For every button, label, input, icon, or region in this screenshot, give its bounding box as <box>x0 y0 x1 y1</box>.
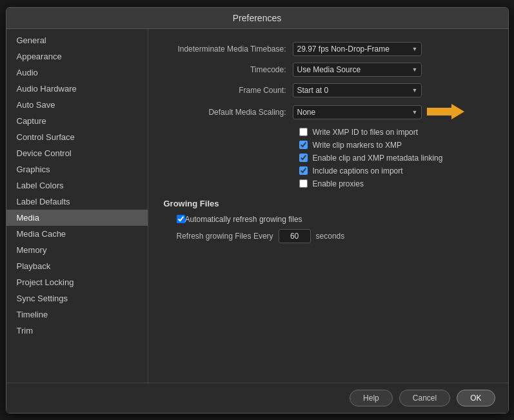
dialog-content: GeneralAppearanceAudioAudio HardwareAuto… <box>6 29 508 383</box>
checkbox-row-2: Enable clip and XMP metadata linking <box>299 154 493 163</box>
sidebar-item-audio[interactable]: Audio <box>6 65 148 81</box>
sidebar-item-capture[interactable]: Capture <box>6 113 148 129</box>
ok-button[interactable]: OK <box>457 390 495 406</box>
write-clip-markers-checkbox[interactable] <box>299 141 308 149</box>
arrow-indicator <box>427 104 466 121</box>
sidebar-item-label-defaults[interactable]: Label Defaults <box>6 194 148 210</box>
default-scaling-select-wrapper: NoneNoneScale to Frame SizeSet to Frame … <box>293 105 422 119</box>
sidebar-item-device-control[interactable]: Device Control <box>6 145 148 161</box>
sidebar-item-appearance[interactable]: Appearance <box>6 48 148 65</box>
sidebar-item-graphics[interactable]: Graphics <box>6 161 148 177</box>
enable-proxies-label: Enable proxies <box>313 179 364 188</box>
title-text: Preferences <box>233 13 281 23</box>
frame-count-row: Frame Count: Start at 0Start at 0Start a… <box>164 83 493 97</box>
sidebar-item-timeline[interactable]: Timeline <box>6 306 148 323</box>
sidebar-item-sync-settings[interactable]: Sync Settings <box>6 290 148 306</box>
help-button[interactable]: Help <box>350 390 393 406</box>
sidebar: GeneralAppearanceAudioAudio HardwareAuto… <box>6 29 148 383</box>
sidebar-item-project-locking[interactable]: Project Locking <box>6 274 148 290</box>
timecode-select[interactable]: Use Media SourceUse Media SourceTimecode… <box>293 63 422 77</box>
default-scaling-label: Default Media Scaling: <box>164 108 293 117</box>
sidebar-item-playback[interactable]: Playback <box>6 258 148 274</box>
indeterminate-select-wrapper: 29.97 fps Non-Drop-Frame <box>293 42 422 56</box>
refresh-unit: seconds <box>316 232 345 241</box>
auto-refresh-label: Automatically refresh growing files <box>185 215 302 224</box>
auto-refresh-checkbox[interactable] <box>177 215 185 223</box>
sidebar-item-trim[interactable]: Trim <box>6 323 148 339</box>
write-clip-markers-label: Write clip markers to XMP <box>313 141 402 150</box>
timecode-label: Timecode: <box>164 65 293 74</box>
checkbox-row-4: Enable proxies <box>299 179 493 188</box>
write-xmp-id-checkbox[interactable] <box>299 128 308 136</box>
preferences-dialog: Preferences GeneralAppearanceAudioAudio … <box>6 7 509 414</box>
sidebar-item-general[interactable]: General <box>6 32 148 48</box>
growing-files-title: Growing Files <box>164 199 493 208</box>
timecode-row: Timecode: Use Media SourceUse Media Sour… <box>164 63 493 77</box>
indeterminate-label: Indeterminate Media Timebase: <box>164 45 293 54</box>
sidebar-item-label-colors[interactable]: Label Colors <box>6 177 148 194</box>
sidebar-item-memory[interactable]: Memory <box>6 242 148 258</box>
indeterminate-row: Indeterminate Media Timebase: 29.97 fps … <box>164 42 493 56</box>
include-captions-checkbox[interactable] <box>299 166 308 175</box>
checkbox-row-3: Include captions on import <box>299 166 493 175</box>
svg-marker-0 <box>427 104 464 119</box>
main-panel: Indeterminate Media Timebase: 29.97 fps … <box>148 29 508 383</box>
sidebar-item-auto-save[interactable]: Auto Save <box>6 97 148 113</box>
frame-count-select[interactable]: Start at 0Start at 0Start at 1 <box>293 83 422 97</box>
sidebar-item-audio-hardware[interactable]: Audio Hardware <box>6 81 148 97</box>
checkbox-row-1: Write clip markers to XMP <box>299 141 493 150</box>
default-scaling-row: Default Media Scaling: NoneNoneScale to … <box>164 104 493 121</box>
refresh-row: Refresh growing Files Every seconds <box>177 229 493 243</box>
checkbox-row-0: Write XMP ID to files on import <box>299 128 493 137</box>
enable-proxies-checkbox[interactable] <box>299 179 308 188</box>
enable-clip-xmp-label: Enable clip and XMP metadata linking <box>313 154 443 163</box>
cancel-button[interactable]: Cancel <box>399 390 450 406</box>
indeterminate-select[interactable]: 29.97 fps Non-Drop-Frame <box>293 42 422 56</box>
frame-count-select-wrapper: Start at 0Start at 0Start at 1 <box>293 83 422 97</box>
sidebar-item-media[interactable]: Media <box>6 210 148 226</box>
refresh-label: Refresh growing Files Every <box>177 232 273 241</box>
sidebar-item-control-surface[interactable]: Control Surface <box>6 129 148 145</box>
default-scaling-select[interactable]: NoneNoneScale to Frame SizeSet to Frame … <box>293 105 422 119</box>
auto-refresh-row: Automatically refresh growing files <box>177 215 493 224</box>
dialog-footer: Help Cancel OK <box>6 383 508 413</box>
include-captions-label: Include captions on import <box>313 166 403 175</box>
enable-clip-xmp-checkbox[interactable] <box>299 154 308 162</box>
sidebar-item-media-cache[interactable]: Media Cache <box>6 226 148 242</box>
write-xmp-id-label: Write XMP ID to files on import <box>313 128 419 137</box>
frame-count-label: Frame Count: <box>164 86 293 95</box>
growing-files-section: Growing Files Automatically refresh grow… <box>164 199 493 243</box>
refresh-input[interactable] <box>279 229 311 243</box>
timecode-select-wrapper: Use Media SourceUse Media SourceTimecode… <box>293 63 422 77</box>
dialog-title: Preferences <box>6 8 508 29</box>
